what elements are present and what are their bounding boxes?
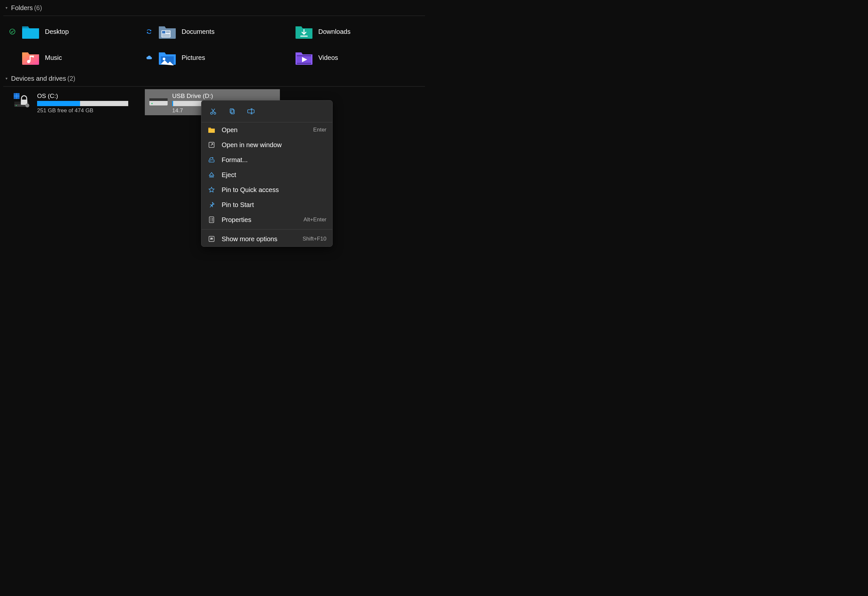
drive-usb-icon xyxy=(148,93,169,112)
drive-os-c[interactable]: OS (C:) 251 GB free of 474 GB xyxy=(10,89,145,115)
synced-badge-icon xyxy=(9,29,16,34)
svg-point-23 xyxy=(25,103,29,108)
svg-point-42 xyxy=(210,219,211,220)
drives-section-header[interactable]: ▾ Devices and drives (2) xyxy=(3,71,425,87)
drives-title: Devices and drives xyxy=(11,75,66,83)
menu-accel: Shift+F10 xyxy=(303,236,326,242)
chevron-down-icon: ▾ xyxy=(3,6,10,10)
star-icon xyxy=(207,186,216,193)
drive-os-icon xyxy=(13,93,34,112)
menu-pin-quick-access[interactable]: Pin to Quick access xyxy=(201,182,332,197)
menu-label: Pin to Start xyxy=(221,201,326,209)
pictures-folder-icon xyxy=(158,49,176,67)
menu-properties[interactable]: Properties Alt+Enter xyxy=(201,212,332,227)
svg-point-44 xyxy=(210,221,211,221)
new-window-icon xyxy=(207,142,216,148)
folders-title: Folders xyxy=(11,4,33,12)
menu-eject[interactable]: Eject xyxy=(201,167,332,182)
svg-rect-41 xyxy=(211,218,213,219)
properties-icon xyxy=(207,216,216,223)
folder-desktop[interactable]: Desktop xyxy=(3,19,140,44)
menu-label: Show more options xyxy=(221,235,303,243)
svg-point-10 xyxy=(163,58,165,60)
folder-label: Downloads xyxy=(318,28,350,35)
downloads-folder-icon xyxy=(295,22,313,41)
cloud-badge-icon xyxy=(146,55,152,60)
documents-folder-icon xyxy=(158,22,176,41)
folder-videos[interactable]: Videos xyxy=(277,44,413,71)
videos-folder-icon xyxy=(295,49,313,67)
folders-section-header[interactable]: ▾ Folders (6) xyxy=(3,0,425,16)
folder-label: Pictures xyxy=(182,54,205,62)
menu-label: Open xyxy=(221,126,313,134)
svg-rect-4 xyxy=(166,32,170,33)
folders-count: (6) xyxy=(34,4,42,12)
open-folder-icon xyxy=(207,127,216,133)
menu-format[interactable]: Format... xyxy=(201,152,332,167)
svg-rect-30 xyxy=(231,110,234,114)
pin-icon xyxy=(207,202,216,208)
folder-pictures[interactable]: Pictures xyxy=(140,44,277,71)
svg-point-28 xyxy=(214,112,216,114)
folder-label: Music xyxy=(45,54,62,62)
svg-point-37 xyxy=(210,161,211,161)
menu-label: Open in new window xyxy=(221,141,326,149)
svg-rect-13 xyxy=(297,63,311,64)
menu-label: Eject xyxy=(221,171,326,179)
menu-label: Pin to Quick access xyxy=(221,186,326,194)
svg-rect-31 xyxy=(248,110,254,113)
folder-music[interactable]: Music xyxy=(3,44,140,71)
menu-pin-start[interactable]: Pin to Start xyxy=(201,197,332,212)
copy-button[interactable] xyxy=(225,104,239,118)
folder-label: Videos xyxy=(318,54,338,62)
svg-rect-19 xyxy=(17,93,19,96)
svg-rect-3 xyxy=(166,31,170,32)
svg-rect-36 xyxy=(209,160,214,162)
menu-separator xyxy=(201,229,332,230)
menu-label: Properties xyxy=(221,216,304,224)
svg-rect-6 xyxy=(162,36,170,37)
more-options-icon xyxy=(207,236,216,242)
svg-rect-21 xyxy=(17,96,19,99)
menu-open[interactable]: Open Enter xyxy=(201,122,332,137)
svg-rect-12 xyxy=(297,55,311,56)
drives-count: (2) xyxy=(67,75,75,83)
drive-usage-bar xyxy=(37,101,128,106)
drive-name: USB Drive (D:) xyxy=(172,93,277,100)
folder-label: Documents xyxy=(182,28,214,35)
menu-open-new-window[interactable]: Open in new window xyxy=(201,137,332,152)
svg-point-26 xyxy=(151,103,153,104)
menu-accel: Enter xyxy=(313,127,326,133)
svg-rect-18 xyxy=(14,93,16,96)
folder-downloads[interactable]: Downloads xyxy=(277,19,413,44)
svg-rect-25 xyxy=(149,98,168,101)
svg-rect-45 xyxy=(211,221,213,221)
cut-button[interactable] xyxy=(206,104,220,118)
folder-label: Desktop xyxy=(45,28,69,35)
menu-show-more[interactable]: Show more options Shift+F10 xyxy=(201,232,332,246)
sync-badge-icon xyxy=(146,29,152,34)
svg-rect-2 xyxy=(162,31,165,34)
svg-rect-5 xyxy=(162,34,170,35)
svg-point-16 xyxy=(16,105,16,106)
svg-point-27 xyxy=(211,112,213,114)
music-folder-icon xyxy=(22,49,40,67)
drive-free-text: 251 GB free of 474 GB xyxy=(37,108,142,114)
context-menu: Open Enter Open in new window Format... … xyxy=(201,100,333,247)
format-icon xyxy=(207,156,216,163)
svg-rect-8 xyxy=(30,56,31,62)
menu-accel: Alt+Enter xyxy=(304,217,326,223)
svg-rect-20 xyxy=(14,96,16,99)
svg-rect-43 xyxy=(211,219,213,220)
rename-button[interactable] xyxy=(244,104,258,118)
svg-point-40 xyxy=(210,218,211,219)
desktop-folder-icon xyxy=(22,22,40,41)
svg-rect-38 xyxy=(209,176,214,177)
chevron-down-icon: ▾ xyxy=(3,76,10,81)
folder-documents[interactable]: Documents xyxy=(140,19,277,44)
drive-name: OS (C:) xyxy=(37,93,142,100)
svg-rect-29 xyxy=(230,109,233,113)
eject-icon xyxy=(207,171,216,178)
menu-label: Format... xyxy=(221,156,326,164)
